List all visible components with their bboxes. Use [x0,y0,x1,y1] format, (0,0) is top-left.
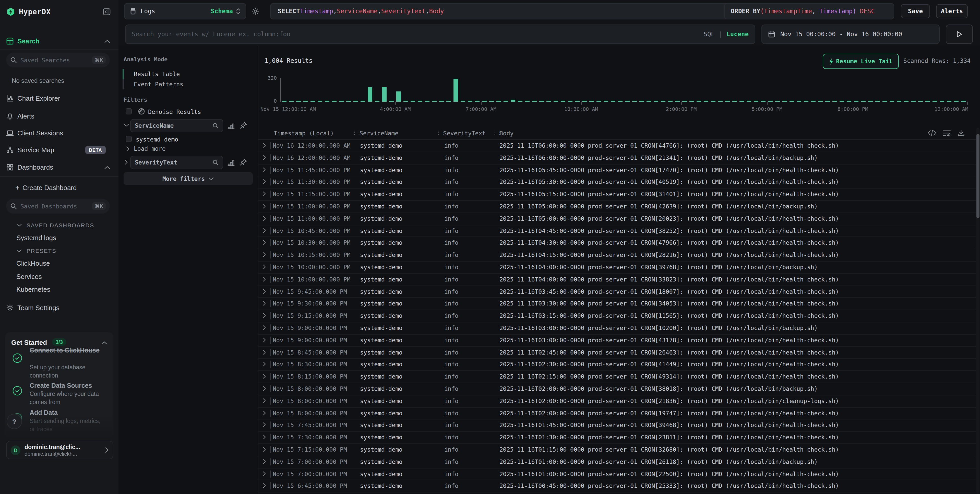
row-expand-chevron[interactable] [262,264,266,270]
sidebar-item-systemd-logs[interactable]: Systemd logs [16,234,56,242]
row-expand-chevron[interactable] [262,240,266,245]
load-more-link[interactable]: Load more [134,145,166,152]
row-expand-chevron[interactable] [262,349,266,355]
column-header-servicename[interactable]: ServiceName [360,130,398,137]
table-row[interactable]: Nov 15 11:15:00.000 PM systemd-demo info… [258,188,976,201]
row-expand-chevron[interactable] [262,483,266,489]
sidebar-item-team-settings[interactable]: Team Settings [18,304,59,312]
table-row[interactable]: Nov 15 7:15:00.000 PM systemd-demo info … [258,444,976,456]
chevron-down-icon[interactable] [16,249,22,253]
saved-dashboards-input[interactable]: Saved Dashboards ⌘K [6,199,110,214]
chevron-up-icon[interactable] [101,341,107,345]
table-row[interactable]: Nov 15 8:00:00.000 PM systemd-demo info … [258,407,976,420]
row-expand-chevron[interactable] [262,276,266,282]
mode-event-patterns[interactable]: Event Patterns [134,81,183,88]
run-query-button[interactable] [946,24,973,44]
table-row[interactable]: Nov 16 12:00:00.000 AM systemd-demo info… [258,152,976,164]
row-expand-chevron[interactable] [262,410,266,416]
row-expand-chevron[interactable] [262,252,266,258]
denoise-label[interactable]: Denoise Results [148,108,201,115]
sidebar-item-search[interactable]: Search [18,37,40,45]
chevron-right-icon[interactable] [124,159,128,165]
table-row[interactable]: Nov 15 10:00:00.000 PM systemd-demo info… [258,261,976,274]
table-row[interactable]: Nov 15 11:30:00.000 PM systemd-demo info… [258,177,976,189]
denoise-checkbox[interactable] [126,108,132,115]
row-expand-chevron[interactable] [262,325,266,330]
table-row[interactable]: Nov 15 7:30:00.000 PM systemd-demo info … [258,432,976,444]
saved-searches-input[interactable]: Saved Searches ⌘K [6,53,110,67]
row-expand-chevron[interactable] [262,446,266,452]
row-expand-chevron[interactable] [262,301,266,306]
table-row[interactable]: Nov 15 8:30:00.000 PM systemd-demo info … [258,359,976,371]
alerts-button[interactable]: Alerts [936,4,968,18]
lucene-toggle[interactable]: Lucene [727,31,749,38]
row-expand-chevron[interactable] [262,228,266,233]
sidebar-item-alerts[interactable]: Alerts [18,112,34,120]
save-button[interactable]: Save [901,4,930,18]
table-row[interactable]: Nov 16 12:00:00.000 AM systemd-demo info… [258,140,976,152]
chevron-right-icon[interactable] [126,146,130,152]
chevron-down-icon[interactable] [16,223,22,227]
table-row[interactable]: Nov 15 9:45:00.000 PM systemd-demo info … [258,286,976,298]
systemd-demo-checkbox[interactable] [126,136,132,142]
search-input[interactable]: Search your events w/ Lucene ex. column:… [125,24,755,44]
row-expand-chevron[interactable] [262,312,266,318]
row-expand-chevron[interactable] [262,191,266,197]
sidebar-item-kubernetes[interactable]: Kubernetes [16,285,50,293]
table-row[interactable]: Nov 15 10:15:00.000 PM systemd-demo info… [258,249,976,261]
chevron-up-icon[interactable] [104,166,110,170]
bar-chart-icon[interactable] [227,122,235,130]
source-selector[interactable]: Logs Schema [124,3,246,19]
table-row[interactable]: Nov 15 7:00:00.000 PM systemd-demo info … [258,468,976,480]
row-expand-chevron[interactable] [262,459,266,464]
row-expand-chevron[interactable] [262,203,266,209]
table-row[interactable]: Nov 15 6:45:00.000 PM systemd-demo info … [258,480,976,493]
orderby-clause-input[interactable]: ORDER BY (TimestampTime, Timestamp) DESC [724,3,894,19]
row-expand-chevron[interactable] [262,373,266,379]
sidebar-item-dashboards[interactable]: Dashboards [18,164,53,171]
row-expand-chevron[interactable] [262,143,266,148]
collapse-sidebar-icon[interactable] [103,8,111,16]
sidebar-item-client-sessions[interactable]: Client Sessions [18,129,63,137]
pin-icon[interactable] [240,158,247,166]
more-filters-button[interactable]: More filters [124,172,253,185]
row-expand-chevron[interactable] [262,167,266,172]
table-row[interactable]: Nov 15 8:45:00.000 PM systemd-demo info … [258,347,976,359]
table-row[interactable]: Nov 15 11:00:00.000 PM systemd-demo info… [258,201,976,213]
servicename-filter-search[interactable]: ServiceName [130,119,223,132]
sidebar-item-service-map[interactable]: Service Map [18,146,54,154]
row-expand-chevron[interactable] [262,386,266,391]
row-expand-chevron[interactable] [262,362,266,367]
table-row[interactable]: Nov 15 10:45:00.000 PM systemd-demo info… [258,225,976,237]
sql-toggle[interactable]: SQL [703,31,714,38]
table-row[interactable]: Nov 15 8:00:00.000 PM systemd-demo info … [258,395,976,407]
select-clause-input[interactable]: SELECT Timestamp,ServiceName,SeverityTex… [270,3,737,19]
row-expand-chevron[interactable] [262,179,266,185]
table-row[interactable]: Nov 15 11:45:00.000 PM systemd-demo info… [258,164,976,177]
row-expand-chevron[interactable] [262,398,266,403]
row-expand-chevron[interactable] [262,422,266,428]
sidebar-item-chart-explorer[interactable]: Chart Explorer [18,94,60,102]
table-row[interactable]: Nov 15 9:15:00.000 PM systemd-demo info … [258,310,976,322]
histogram-plot[interactable] [281,70,967,102]
wrap-lines-icon[interactable] [943,129,951,136]
download-icon[interactable] [958,129,965,136]
create-dashboard-button[interactable]: Create Dashboard [22,184,76,191]
sidebar-item-services[interactable]: Services [16,273,42,280]
date-range-picker[interactable]: Nov 15 00:00:00 - Nov 16 00:00:00 [761,24,940,44]
row-expand-chevron[interactable] [262,288,266,294]
table-row[interactable]: Nov 15 10:30:00.000 PM systemd-demo info… [258,237,976,250]
gear-icon[interactable] [251,7,259,15]
severitytext-filter-search[interactable]: SeverityText [130,156,223,169]
code-icon[interactable] [928,130,936,136]
saved-dashboards-section-label[interactable]: SAVED DASHBOARDS [27,222,94,228]
table-row[interactable]: Nov 15 11:00:00.000 PM systemd-demo info… [258,213,976,225]
table-row[interactable]: Nov 15 7:00:00.000 PM systemd-demo info … [258,456,976,468]
get-started-step-title[interactable]: Create Data Sources [30,382,111,390]
sidebar-item-clickhouse[interactable]: ClickHouse [16,260,50,267]
row-expand-chevron[interactable] [262,215,266,221]
table-row[interactable]: Nov 15 9:30:00.000 PM systemd-demo info … [258,298,976,310]
bar-chart-icon[interactable] [227,159,235,167]
resume-live-tail-button[interactable]: Resume Live Tail [823,54,899,69]
table-row[interactable]: Nov 15 9:00:00.000 PM systemd-demo info … [258,335,976,347]
